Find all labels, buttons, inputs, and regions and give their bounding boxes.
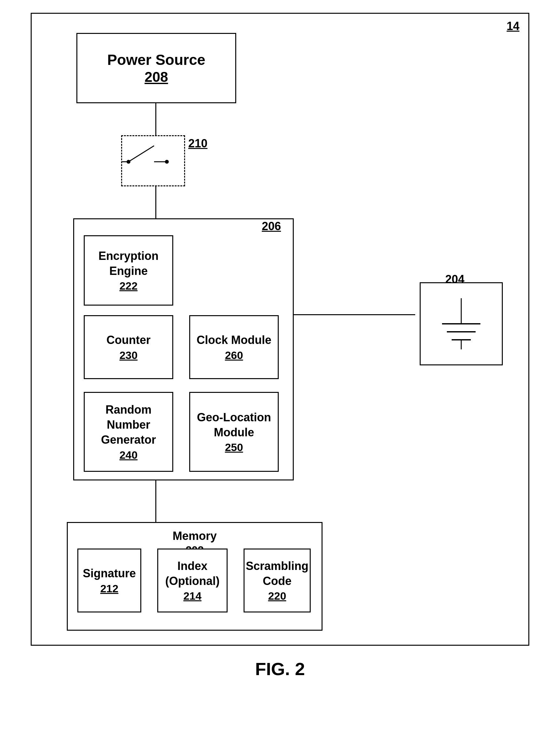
encryption-engine-title: Encryption Engine [85,249,172,279]
power-source-box: Power Source 208 [76,33,236,103]
line-clock-antenna [294,314,415,315]
signature-title: Signature [83,566,136,581]
switch-box [121,135,185,186]
scrambling-code-box: Scrambling Code 220 [244,549,311,613]
container-206: Encryption Engine 222 Counter 230 Clock … [73,218,294,480]
rng-box: Random Number Generator 240 [84,392,173,472]
clock-module-box: Clock Module 260 [189,315,279,379]
geo-number: 250 [225,441,243,454]
antenna-symbol [429,292,493,356]
geo-box: Geo-Location Module 250 [189,392,279,472]
signature-box: Signature 212 [77,549,141,613]
power-source-number: 208 [145,69,168,85]
container-206-label: 206 [262,219,281,233]
figure-label-14: 14 [506,19,520,33]
geo-title: Geo-Location Module [190,410,278,440]
switch-symbol [122,136,173,175]
page-container: 14 Power Source 208 2 [0,0,560,740]
encryption-engine-box: Encryption Engine 222 [84,235,173,305]
diagram-outer: 14 Power Source 208 2 [31,13,529,646]
scrambling-code-title: Scrambling Code [245,559,310,589]
clock-module-number: 260 [225,349,243,362]
signature-number: 212 [100,582,118,595]
power-source-title: Power Source [107,51,205,69]
counter-box: Counter 230 [84,315,173,379]
switch-label: 210 [188,137,207,150]
index-title: Index (Optional) [158,559,226,589]
scrambling-code-number: 220 [268,590,286,602]
line-ps-switch [155,103,156,135]
line-switch-enc [155,186,156,218]
index-number: 214 [183,590,202,602]
memory-title: Memory [173,529,217,542]
rng-number: 240 [119,449,138,461]
counter-title: Counter [106,333,151,348]
line-206-memory [155,480,156,522]
fig-caption: FIG. 2 [255,658,305,679]
memory-box: Memory 202 Signature 212 Index (Optional… [67,522,322,631]
rng-title: Random Number Generator [85,402,172,447]
svg-line-2 [128,146,154,162]
clock-module-title: Clock Module [197,333,271,348]
index-box: Index (Optional) 214 [157,549,227,613]
antenna-box [420,282,503,365]
counter-number: 230 [119,349,138,362]
encryption-engine-number: 222 [119,280,138,292]
